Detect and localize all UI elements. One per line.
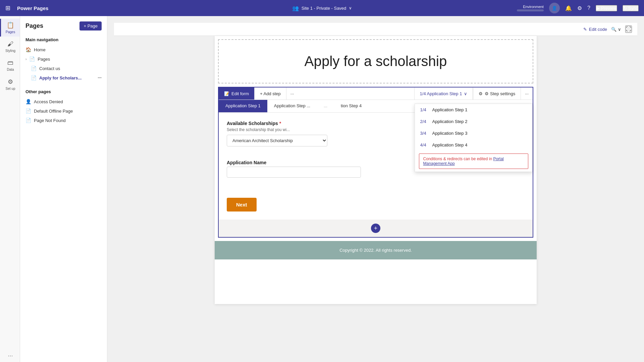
add-section-button[interactable]: + [371,224,380,233]
edit-form-button[interactable]: 📝 Edit form [219,87,254,100]
icon-sidebar: 📋 Pages 🖌 Styling 🗃 Data ⚙ Set up ··· [0,16,20,362]
nav-item-home[interactable]: 🏠 Home [20,45,107,54]
nav-item-contact[interactable]: 📄 Contact us [20,64,107,73]
pages-icon: 📋 [7,21,14,29]
step-num-2: 2/4 [420,119,430,124]
sidebar-more[interactable]: ··· [5,350,14,362]
panel-header: Pages + Page [20,21,107,35]
app-grid-icon[interactable]: ⊞ [5,4,10,12]
nav-label-pages: Pages [38,57,50,62]
preview-button[interactable]: ▶ Preview [596,5,617,11]
step-settings-gear-icon: ⚙ [479,91,483,96]
step-selector-area: 1/4 Application Step 1 ∨ ⚙ ⚙ Step settin… [414,87,533,100]
footer-text: Copyright © 2022. All rights reserved. [339,248,412,253]
sidebar-item-setup[interactable]: ⚙ Set up [0,75,20,93]
next-button[interactable]: Next [227,198,257,212]
sync-button[interactable]: ↻ Sync [623,5,639,11]
nav-dots-icon[interactable]: ··· [98,75,102,80]
nav-label-access-denied: Access Denied [34,99,63,104]
step-settings-button[interactable]: ⚙ ⚙ Step settings [473,88,521,100]
form-toolbar: 📝 Edit form + Add step ··· 1/4 Appl [219,87,533,100]
page-icon: 📄 [29,56,35,62]
edit-code-button[interactable]: ✎ Edit code [583,27,607,32]
env-bar [517,9,544,11]
step-name-2: Application Step 2 [432,119,468,124]
step-name-1: Application Step 1 [432,107,468,112]
step-selector-chevron-icon: ∨ [464,91,467,96]
step-tab-ellipsis: ... [317,100,334,112]
help-icon[interactable]: ? [587,5,590,11]
other-pages-title: Other pages [20,86,107,97]
step-name-3: Application Step 3 [432,131,468,136]
nav-label-apply: Apply for Scholars... [39,75,82,80]
step-dropdown-menu: 1/4 Application Step 1 2/4 Application S… [415,104,533,172]
scholarship-select[interactable]: American Architect Scholarship [227,135,327,146]
nav-item-access-denied[interactable]: 👤 Access Denied [20,97,107,106]
more-icon: ··· [8,352,13,359]
sync-icon: ↻ [623,6,627,11]
zoom-icon: 🔍 [611,27,616,32]
dropdown-step-1[interactable]: 1/4 Application Step 1 [415,104,532,116]
add-step-button[interactable]: + Add step [255,87,286,100]
top-right-area: Environment 👤 🔔 ⚙ ? ▶ Preview ↻ Sync [517,3,639,13]
page-canvas: Apply for a scholarship 📝 Edit form + Ad… [215,36,537,304]
panel-sidebar: Pages + Page Main navigation 🏠 Home › 📄 … [20,16,107,362]
main-layout: 📋 Pages 🖌 Styling 🗃 Data ⚙ Set up ··· Pa… [0,16,644,362]
env-block: Environment [517,5,544,11]
nav-label-offline: Default Offline Page [34,109,73,114]
top-navbar: ⊞ Power Pages 👥 Site 1 - Private - Saved… [0,0,644,16]
zoom-button[interactable]: 🔍 ∨ [611,27,621,32]
page-title-section: Apply for a scholarship [218,39,533,83]
chevron-icon: › [25,57,26,61]
step-more-button[interactable]: ··· [521,88,533,100]
application-name-input[interactable] [227,167,361,178]
nav-item-pages[interactable]: › 📄 Pages [20,54,107,64]
step-tab-4[interactable]: tion Step 4 [334,100,368,112]
dropdown-step-2[interactable]: 2/4 Application Step 2 [415,116,532,127]
sidebar-item-styling[interactable]: 🖌 Styling [0,38,20,55]
site-icon: 👥 [292,5,299,11]
nav-item-apply[interactable]: 📄 Apply for Scholars... ··· [20,73,107,82]
nav-label-contact: Contact us [39,66,60,71]
zoom-chevron-icon: ∨ [618,27,621,32]
setup-icon: ⚙ [8,78,13,85]
nav-item-not-found[interactable]: 📄 Page Not Found [20,116,107,125]
app-title: Power Pages [17,5,48,11]
dropdown-step-4[interactable]: 4/4 Application Step 4 [415,139,532,151]
step-tab-2[interactable]: Application Step ... [267,100,317,112]
sidebar-item-pages[interactable]: 📋 Pages [0,19,20,37]
step-tab-ellipsis-text: ... [324,103,327,108]
site-chevron-icon[interactable]: ∨ [349,6,352,10]
fullscreen-button[interactable]: ⛶ [625,25,632,33]
add-page-button[interactable]: + Page [79,21,102,31]
nav-item-offline[interactable]: 📄 Default Offline Page [20,106,107,116]
form-more-button[interactable]: ··· [286,87,298,100]
edit-form-icon: 📝 [224,91,229,96]
step-selector-button[interactable]: 1/4 Application Step 1 ∨ [415,88,473,100]
notification-icon[interactable]: 🔔 [565,5,572,11]
form-more-icon: ··· [290,91,294,96]
avatar[interactable]: 👤 [549,3,560,13]
nav-label-home: Home [34,47,46,52]
data-icon: 🗃 [7,59,13,66]
contact-icon: 📄 [31,66,37,71]
dropdown-notice: Conditions & redirects can be edited in … [419,154,528,169]
sidebar-label-styling: Styling [5,49,15,53]
vs-icon: ✎ [583,27,587,32]
not-found-icon: 📄 [25,118,31,123]
required-star: * [279,121,281,126]
step-name-4: Application Step 4 [432,142,468,147]
content-area: ✎ Edit code 🔍 ∨ ⛶ Apply for a scholarshi… [107,16,644,362]
dropdown-step-3[interactable]: 3/4 Application Step 3 [415,127,532,139]
home-icon: 🏠 [25,47,31,52]
step-num-3: 3/4 [420,131,430,136]
page-footer: Copyright © 2022. All rights reserved. [215,241,537,259]
page-title: Apply for a scholarship [225,53,526,69]
step-num-4: 4/4 [420,142,430,147]
sidebar-item-data[interactable]: 🗃 Data [0,57,20,74]
step-tab-1[interactable]: Application Step 1 [219,100,267,112]
styling-icon: 🖌 [7,41,13,48]
add-section-row: + [219,220,533,237]
settings-icon[interactable]: ⚙ [577,5,582,11]
editcode-bar: ✎ Edit code 🔍 ∨ ⛶ [114,23,637,36]
